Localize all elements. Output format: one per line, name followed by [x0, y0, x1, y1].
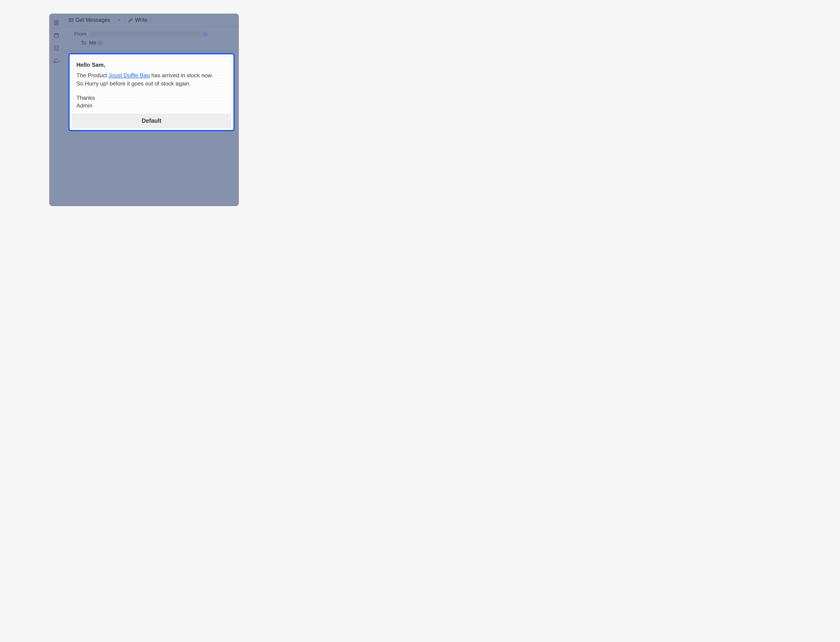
template-footer[interactable]: Default: [72, 114, 231, 128]
contact-icon[interactable]: [98, 41, 102, 45]
spaces-sidebar: [49, 14, 64, 206]
signature: Thanks Admin: [76, 94, 227, 110]
signature-line1: Thanks: [76, 95, 95, 101]
highlight-box: Hello Sam, The Product Joust Duffle Bag …: [68, 53, 235, 131]
write-label: Write: [135, 17, 148, 23]
from-redacted: [89, 31, 201, 37]
svg-point-1: [56, 21, 57, 23]
envelope-icon: [68, 18, 73, 23]
address-book-icon[interactable]: [54, 19, 60, 26]
main-panel: Get Messages Write From: [64, 14, 239, 206]
email-content: Hello Sam, The Product Joust Duffle Bag …: [72, 57, 231, 114]
get-messages-dropdown[interactable]: [114, 16, 124, 24]
svg-point-5: [205, 33, 206, 34]
get-messages-button[interactable]: Get Messages: [66, 16, 113, 24]
pencil-icon: [128, 18, 133, 23]
contact-star-icon[interactable]: [203, 32, 208, 36]
chevron-down-icon: [117, 18, 121, 22]
footer-label: Default: [141, 117, 161, 124]
to-label: To: [67, 40, 86, 46]
product-link[interactable]: Joust Duffle Bag: [109, 72, 150, 78]
get-messages-label: Get Messages: [75, 17, 110, 23]
greeting-text: Hello Sam,: [76, 62, 227, 68]
write-button[interactable]: Write: [125, 16, 150, 24]
tasks-icon[interactable]: [54, 45, 60, 51]
to-value-wrap: Me: [89, 40, 102, 46]
chat-icon[interactable]: [54, 58, 60, 64]
from-label: From: [67, 31, 86, 37]
calendar-icon[interactable]: [54, 32, 60, 39]
line1-after: has arrived in stock now.: [150, 72, 213, 78]
body-paragraph: The Product Joust Duffle Bag has arrived…: [76, 71, 227, 88]
email-client-window: Get Messages Write From: [49, 14, 239, 206]
line2: So Hurry up! before it goes out of stock…: [76, 80, 191, 87]
message-toolbar: Get Messages Write: [64, 14, 239, 27]
signature-line2: Admin: [76, 102, 93, 109]
svg-point-6: [100, 42, 101, 43]
message-headers: From To Me: [64, 27, 239, 51]
line1-before: The Product: [76, 72, 109, 78]
to-value: Me: [89, 40, 96, 46]
message-body-area: Hello Sam, The Product Joust Duffle Bag …: [64, 51, 239, 206]
from-row: From: [64, 29, 239, 39]
svg-rect-2: [54, 34, 58, 37]
from-value: [89, 31, 208, 37]
to-row: To Me: [64, 39, 239, 47]
